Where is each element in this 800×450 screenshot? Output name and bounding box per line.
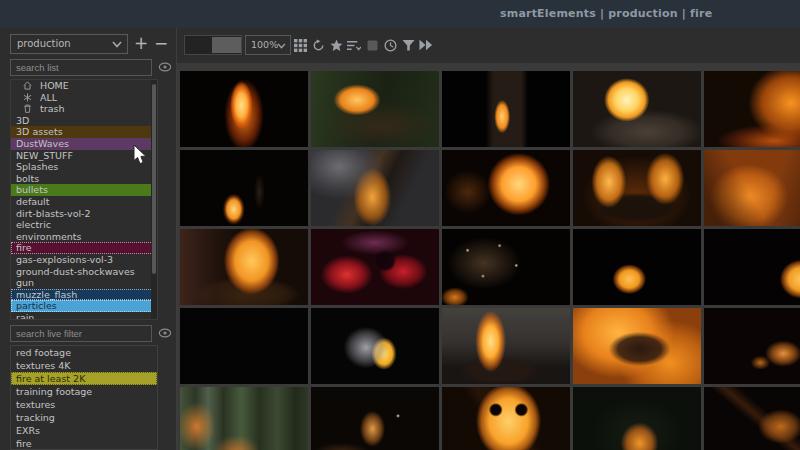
sort-order-icon — [347, 39, 361, 52]
zoom-level-dropdown[interactable]: 100% — [245, 35, 291, 55]
add-set-button[interactable]: + — [132, 31, 150, 55]
project-dropdown-value: production — [17, 38, 71, 49]
visibility-eye-icon[interactable] — [158, 61, 172, 73]
asset-thumbnail[interactable] — [704, 150, 800, 226]
filter-item-textures[interactable]: textures — [11, 398, 157, 411]
asset-thumbnail[interactable] — [442, 387, 570, 450]
asset-thumbnail[interactable] — [180, 71, 308, 147]
refresh-icon — [312, 39, 325, 52]
sidebar-item-environments[interactable]: environments — [11, 231, 157, 243]
asset-thumbnail[interactable] — [311, 387, 439, 450]
live-filter-listbox: red footage textures 4K fire at least 2K… — [10, 345, 158, 450]
mouse-cursor — [133, 145, 148, 166]
filter-item-tracking[interactable]: tracking — [11, 411, 157, 424]
sidebar-item-all[interactable]: ALL — [11, 92, 157, 104]
history-icon — [384, 39, 397, 52]
sidebar: production + − HOME ALL trash 3D 3D asse… — [0, 28, 177, 450]
title-bar: smartElements | production | fire — [0, 0, 800, 28]
search-list-input[interactable] — [10, 59, 152, 76]
asset-thumbnail[interactable] — [704, 308, 800, 384]
asset-thumbnail[interactable] — [442, 71, 570, 147]
set-listbox: HOME ALL trash 3D 3D assets DustWaves NE… — [10, 79, 158, 320]
slider-handle[interactable] — [212, 37, 241, 53]
visibility-eye-icon[interactable] — [158, 327, 172, 339]
thumbnail-grid — [180, 71, 800, 450]
asset-thumbnail[interactable] — [311, 150, 439, 226]
sidebar-item-label: trash — [40, 103, 64, 114]
project-dropdown[interactable]: production — [10, 34, 128, 54]
filter-item-fire[interactable]: fire — [11, 437, 157, 450]
search-live-filter-input[interactable] — [10, 325, 152, 342]
filter-item-fire-at-least-2k[interactable]: fire at least 2K — [11, 372, 157, 385]
window-title: smartElements | production | fire — [500, 7, 712, 20]
filter-icon — [402, 39, 415, 52]
asset-thumbnail[interactable] — [573, 308, 701, 384]
asset-thumbnail[interactable] — [704, 387, 800, 450]
asset-thumbnail[interactable] — [311, 308, 439, 384]
asset-thumbnail[interactable] — [442, 308, 570, 384]
sidebar-item-label: HOME — [40, 80, 69, 91]
sidebar-item-bullets[interactable]: bullets — [11, 184, 157, 196]
grid-view-icon — [294, 39, 307, 52]
remove-set-button[interactable]: − — [152, 31, 170, 55]
sidebar-item-particles[interactable]: particles — [11, 300, 157, 312]
filter-button[interactable] — [401, 38, 415, 52]
sidebar-item-dirt-blasts-vol-2[interactable]: dirt-blasts-vol-2 — [11, 208, 157, 220]
asset-thumbnail[interactable] — [573, 387, 701, 450]
sidebar-item-fire[interactable]: fire — [11, 242, 157, 254]
refresh-button[interactable] — [311, 38, 325, 52]
filter-item-red-footage[interactable]: red footage — [11, 346, 157, 359]
chevron-down-icon — [112, 41, 122, 48]
asset-thumbnail[interactable] — [442, 150, 570, 226]
favorites-button[interactable] — [329, 38, 343, 52]
sidebar-item-3d[interactable]: 3D — [11, 115, 157, 127]
browser-toolbar: 100% — [177, 28, 800, 63]
home-icon — [23, 81, 32, 90]
trash-icon — [23, 104, 32, 113]
sidebar-item-ground-dust-shockwaves[interactable]: ground-dust-shockwaves — [11, 266, 157, 278]
asset-thumbnail[interactable] — [573, 150, 701, 226]
sidebar-item-label: ALL — [40, 92, 57, 103]
sidebar-item-bolts[interactable]: bolts — [11, 173, 157, 185]
sidebar-item-3d-assets[interactable]: 3D assets — [11, 126, 157, 138]
filter-item-exrs[interactable]: EXRs — [11, 424, 157, 437]
chevron-down-icon — [277, 43, 286, 49]
sidebar-item-default[interactable]: default — [11, 196, 157, 208]
history-button[interactable] — [383, 38, 397, 52]
listbox-scrollbar[interactable] — [151, 80, 157, 319]
filter-item-training-footage[interactable]: training footage — [11, 385, 157, 398]
thumbnail-size-slider[interactable] — [184, 35, 242, 55]
sidebar-item-gas-explosions-vol-3[interactable]: gas-explosions-vol-3 — [11, 254, 157, 266]
stop-icon — [367, 40, 378, 51]
filter-item-textures-4k[interactable]: textures 4K — [11, 359, 157, 372]
asset-thumbnail[interactable] — [180, 229, 308, 305]
asset-thumbnail[interactable] — [573, 229, 701, 305]
asset-thumbnail[interactable] — [704, 229, 800, 305]
asset-thumbnail[interactable] — [311, 71, 439, 147]
thumbnail-grid-area — [177, 63, 800, 450]
asset-thumbnail[interactable] — [180, 308, 308, 384]
zoom-level-value: 100% — [251, 39, 278, 50]
sidebar-item-trash[interactable]: trash — [11, 103, 157, 115]
skip-forward-icon — [419, 39, 433, 51]
skip-forward-button[interactable] — [419, 38, 433, 52]
grid-view-button[interactable] — [293, 38, 307, 52]
all-assets-icon — [23, 93, 32, 102]
sort-order-button[interactable] — [347, 38, 361, 52]
sidebar-item-home[interactable]: HOME — [11, 80, 157, 92]
asset-thumbnail[interactable] — [180, 150, 308, 226]
sidebar-item-rain[interactable]: rain — [11, 312, 157, 320]
stop-button[interactable] — [365, 38, 379, 52]
sidebar-item-gun[interactable]: gun — [11, 277, 157, 289]
sidebar-item-muzzle-flash[interactable]: muzzle_flash — [11, 289, 157, 301]
scrollbar-thumb[interactable] — [152, 84, 156, 274]
favorite-star-icon — [330, 39, 343, 52]
asset-thumbnail[interactable] — [442, 229, 570, 305]
sidebar-item-electric[interactable]: electric — [11, 219, 157, 231]
asset-thumbnail[interactable] — [311, 229, 439, 305]
asset-thumbnail[interactable] — [180, 387, 308, 450]
asset-browser-main: 100% — [177, 28, 800, 450]
asset-thumbnail[interactable] — [573, 71, 701, 147]
asset-thumbnail[interactable] — [704, 71, 800, 147]
